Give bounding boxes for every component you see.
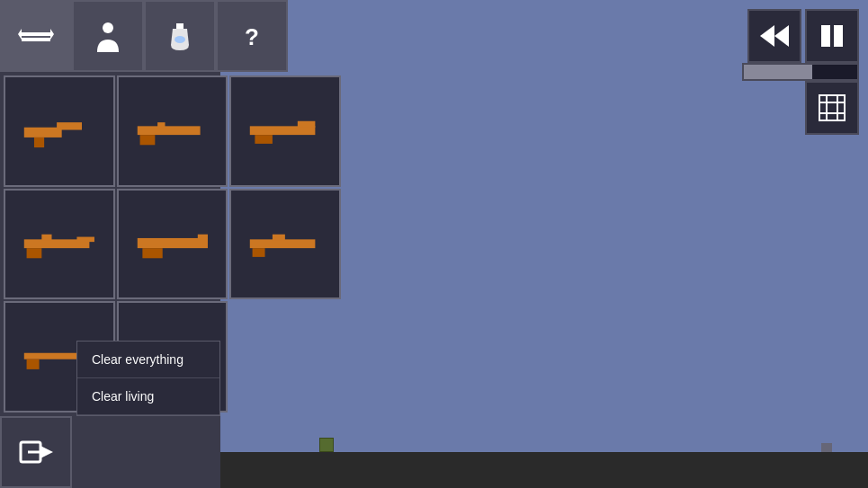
svg-rect-23 xyxy=(197,234,207,239)
svg-rect-8 xyxy=(24,128,62,138)
svg-marker-1 xyxy=(18,29,22,40)
svg-rect-26 xyxy=(273,234,285,240)
svg-rect-14 xyxy=(250,126,316,135)
svg-rect-20 xyxy=(76,236,94,242)
svg-rect-10 xyxy=(34,138,44,147)
svg-rect-18 xyxy=(27,248,42,258)
weapon-cell-3[interactable] xyxy=(229,75,341,187)
swap-button[interactable] xyxy=(0,0,72,72)
help-button[interactable]: ? xyxy=(216,0,288,72)
weapon-cell-4[interactable] xyxy=(4,189,115,300)
svg-marker-36 xyxy=(760,25,774,47)
rewind-button[interactable] xyxy=(747,9,801,63)
weapon-cell-2[interactable] xyxy=(117,75,228,187)
toolbar: ? xyxy=(0,0,220,72)
context-menu: Clear everything Clear living xyxy=(76,341,220,416)
svg-rect-44 xyxy=(819,95,845,120)
svg-rect-11 xyxy=(137,126,200,135)
svg-rect-15 xyxy=(255,135,273,144)
svg-point-4 xyxy=(103,22,113,33)
exit-button[interactable] xyxy=(0,416,72,488)
svg-rect-39 xyxy=(834,25,843,47)
sidebar: ? xyxy=(0,0,220,488)
clear-living-item[interactable]: Clear living xyxy=(77,378,219,415)
svg-rect-16 xyxy=(298,121,316,128)
ground xyxy=(220,452,868,488)
svg-rect-3 xyxy=(22,38,50,41)
weapon-cell-6[interactable] xyxy=(229,189,341,300)
svg-marker-33 xyxy=(40,446,53,458)
svg-marker-37 xyxy=(774,25,789,47)
progress-bar-container xyxy=(742,63,859,81)
game-entity xyxy=(319,438,334,452)
top-right-controls xyxy=(747,9,859,63)
svg-marker-2 xyxy=(50,29,54,40)
svg-point-6 xyxy=(174,36,185,43)
person-button[interactable] xyxy=(72,0,144,72)
pause-button[interactable] xyxy=(805,9,859,63)
svg-rect-22 xyxy=(142,248,162,258)
svg-rect-38 xyxy=(821,25,830,47)
app: ? xyxy=(0,0,868,488)
svg-rect-25 xyxy=(253,248,265,257)
svg-rect-13 xyxy=(157,122,165,129)
svg-rect-5 xyxy=(176,23,183,29)
grid-toggle-button[interactable] xyxy=(805,81,859,135)
weapon-cell-1[interactable] xyxy=(4,75,115,187)
svg-rect-0 xyxy=(22,32,50,36)
svg-rect-9 xyxy=(57,122,82,129)
svg-rect-28 xyxy=(27,359,40,369)
progress-bar xyxy=(744,65,812,79)
potion-button[interactable] xyxy=(144,0,216,72)
svg-rect-19 xyxy=(41,234,51,240)
sidebar-bottom: Clear everything Clear living xyxy=(0,416,220,488)
svg-text:?: ? xyxy=(245,23,259,50)
clear-everything-item[interactable]: Clear everything xyxy=(77,342,219,378)
svg-rect-24 xyxy=(250,239,316,248)
svg-rect-21 xyxy=(137,238,207,248)
svg-rect-12 xyxy=(139,135,155,145)
weapon-cell-5[interactable] xyxy=(117,189,228,300)
